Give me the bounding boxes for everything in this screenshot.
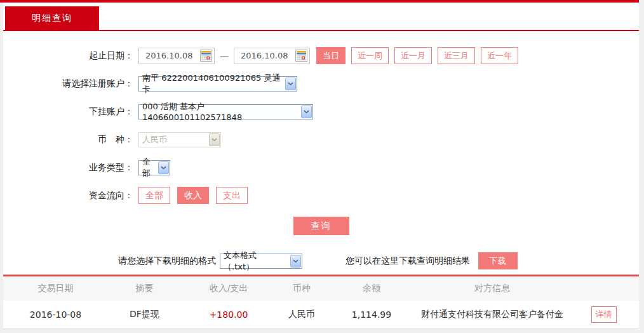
download-format-value: 文本格式（.txt）: [224, 250, 286, 273]
table-row: 2016-10-08 DF提现 +180.00 人民币 1,114.99 财付通…: [3, 301, 639, 329]
quick-range-month-button[interactable]: 近一月: [394, 47, 432, 64]
start-date-value: 2016.10.08: [145, 51, 192, 60]
business-type-label: 业务类型：: [3, 162, 133, 173]
fund-flow-label: 资金流向：: [3, 190, 133, 201]
cell-trade-date: 2016-10-08: [3, 309, 108, 320]
registered-account-value: 南平 6222001406100921065 灵通卡: [142, 72, 281, 95]
end-date-input[interactable]: 2016.10.08: [234, 48, 310, 64]
sub-account-row: 下挂账户： 000 活期 基本户 1406600101102571848: [3, 103, 639, 120]
query-form: 起止日期： 2016.10.08: [3, 47, 639, 215]
header-trade-date: 交易日期: [3, 283, 108, 294]
tab-detail-query[interactable]: 明细查询: [5, 6, 99, 30]
quick-range-today-button[interactable]: 当日: [316, 47, 345, 64]
registered-account-label: 请选择注册账户：: [3, 78, 133, 90]
query-button[interactable]: 查询: [293, 217, 349, 235]
currency-row: 币 种： 人民币: [3, 131, 639, 148]
query-button-row: 查询: [3, 217, 639, 235]
header-balance: 余额: [327, 283, 416, 294]
quick-range-3months-button[interactable]: 近三月: [438, 47, 475, 64]
fund-flow-all-button[interactable]: 全部: [138, 187, 170, 204]
sub-account-value: 000 活期 基本户 1406600101102571848: [142, 101, 297, 122]
registered-account-row: 请选择注册账户： 南平 6222001406100921065 灵通卡: [3, 75, 639, 92]
start-date-input[interactable]: 2016.10.08: [138, 48, 215, 64]
business-type-select[interactable]: 全部: [138, 160, 170, 175]
download-hint-text: 您可以在这里下载查询明细结果: [345, 255, 470, 267]
chevron-down-icon: [290, 255, 301, 268]
quick-range-year-button[interactable]: 近一年: [481, 47, 518, 64]
calendar-icon[interactable]: [200, 50, 212, 62]
tab-underline: [3, 30, 639, 31]
currency-label: 币 种：: [3, 134, 133, 146]
header-summary: 摘要: [108, 283, 181, 294]
cell-currency: 人民币: [276, 309, 327, 320]
cell-summary: DF提现: [108, 309, 181, 320]
calendar-icon[interactable]: [295, 50, 307, 62]
detail-query-panel: 明细查询 起止日期： 2016.10.08: [3, 3, 639, 329]
date-range-row: 起止日期： 2016.10.08: [3, 47, 639, 64]
registered-account-select[interactable]: 南平 6222001406100921065 灵通卡: [138, 76, 297, 92]
download-format-select[interactable]: 文本格式（.txt）: [220, 254, 302, 269]
quick-range-week-button[interactable]: 近一周: [351, 47, 389, 64]
detail-button[interactable]: 详情: [591, 306, 617, 323]
download-row: 请您选择下载明细的格式 文本格式（.txt） 您可以在这里下载查询明细结果 下载: [3, 252, 639, 269]
chevron-down-icon: [209, 133, 220, 146]
cell-amount: +180.00: [181, 309, 276, 320]
end-date-value: 2016.10.08: [241, 51, 288, 60]
cell-counterparty: 财付通支付科技有限公司客户备付金: [416, 309, 568, 320]
fund-flow-row: 资金流向： 全部 收入 支出: [3, 187, 639, 204]
business-type-row: 业务类型： 全部: [3, 159, 639, 176]
sub-account-label: 下挂账户：: [3, 106, 133, 118]
fund-flow-expense-button[interactable]: 支出: [216, 187, 248, 204]
date-range-separator: —: [220, 51, 229, 61]
header-currency: 币种: [276, 283, 327, 294]
sub-account-select[interactable]: 000 活期 基本户 1406600101102571848: [138, 104, 313, 119]
chevron-down-icon: [301, 105, 312, 118]
currency-select: 人民币: [138, 132, 221, 147]
chevron-down-icon: [285, 78, 296, 90]
chevron-down-icon: [158, 161, 169, 174]
header-counterparty: 对方信息: [416, 283, 568, 294]
results-table: 交易日期 摘要 收入/支出 币种 余额 对方信息 2016-10-08 DF提现…: [3, 275, 639, 329]
date-range-label: 起止日期：: [3, 50, 133, 62]
header-income-expense: 收入/支出: [181, 283, 276, 294]
download-button[interactable]: 下载: [478, 252, 518, 269]
currency-value: 人民币: [142, 134, 205, 146]
download-format-label: 请您选择下载明细的格式: [118, 255, 216, 267]
table-header-row: 交易日期 摘要 收入/支出 币种 余额 对方信息: [3, 276, 639, 301]
fund-flow-income-button[interactable]: 收入: [177, 187, 209, 204]
cell-balance: 1,114.99: [327, 309, 416, 320]
business-type-value: 全部: [142, 156, 154, 179]
